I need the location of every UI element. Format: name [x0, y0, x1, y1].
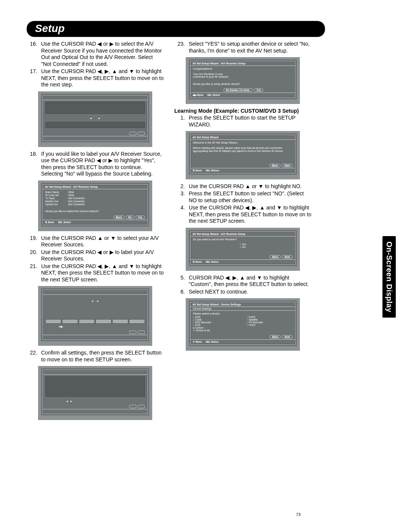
- step-item: 17.Use the CURSOR PAD ◀, ▶, ▲ and ▼ to h…: [27, 68, 164, 88]
- step-item: 1.Press the SELECT button to start the S…: [174, 115, 311, 128]
- right-column: 23.Select "YES" to setup another device …: [174, 41, 311, 424]
- side-tab: On-Screen Display: [382, 236, 396, 318]
- step-item: 2.Use the CURSOR PAD ▲ or ▼ to highlight…: [174, 183, 311, 190]
- tv-screenshot-4: ◄ ►: [38, 366, 152, 420]
- step-item: 16.Use the CURSOR PAD ◀ or ▶ to select t…: [27, 41, 164, 67]
- tv-screenshot-3: ◄ ► ◄▶: [38, 286, 152, 346]
- tv-screenshot-1: ◄ ►: [38, 91, 152, 147]
- tv-screenshot-6: AV Net Setup Wizard Welcome to the AV Ne…: [186, 131, 300, 179]
- tv-screenshot-2: AV Net Setup Wizard : A/V Receiver Setup…: [38, 181, 152, 231]
- tv-screenshot-5: AV Net Setup Wizard : A/V Receiver Setup…: [186, 57, 300, 104]
- page-header: Setup: [27, 21, 325, 37]
- step-item: 21.Use the CURSOR PAD ◀, ▶, ▲ and ▼ to h…: [27, 263, 164, 283]
- step-item: 22.Confirm all settings, then press the …: [27, 350, 164, 363]
- step-item: 20.Use the CURSOR PAD ◀ or ▶ to label yo…: [27, 249, 164, 262]
- step-item: 4.Use the CURSOR PAD ◀, ▶, ▲ and ▼ to hi…: [174, 204, 311, 225]
- step-item: 18.If you would like to label your A/V R…: [27, 151, 164, 177]
- tv-screenshot-8: AV Net Setup Wizard : Device Settings De…: [186, 298, 300, 351]
- tv-screenshot-7: AV Net Setup Wizard : A/V Receiver Setup…: [186, 228, 300, 271]
- step-item: 6.Select NEXT to continue.: [174, 289, 311, 296]
- step-item: 5.CURSOR PAD ◀, ▶, ▲ and ▼ to highlight …: [174, 275, 311, 288]
- step-item: 3.Press the SELECT button to select "NO"…: [174, 190, 311, 204]
- step-item: 23.Select "YES" to setup another device …: [174, 41, 311, 54]
- left-column: 16.Use the CURSOR PAD ◀ or ▶ to select t…: [27, 41, 164, 424]
- learning-mode-heading: Learning Mode (Example: CUSTOM/DVD 3 Set…: [174, 108, 311, 114]
- step-item: 19.Use the CURSOR PAD ▲ or ▼ to select y…: [27, 235, 164, 248]
- page-number: 73: [296, 512, 301, 517]
